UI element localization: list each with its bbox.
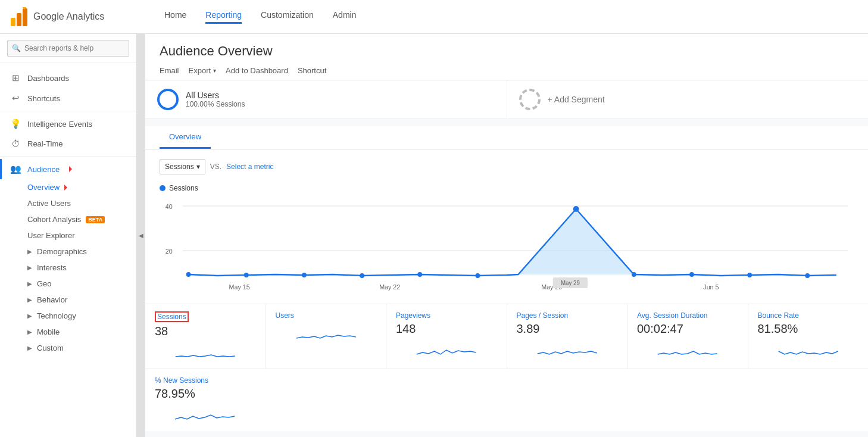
- technology-chevron: ▶: [27, 313, 32, 319]
- svg-point-18: [476, 273, 480, 278]
- sidebar-sub-technology[interactable]: ▶ Technology: [27, 308, 136, 324]
- sidebar-sub-cohort[interactable]: Cohort Analysis BETA: [27, 211, 136, 227]
- realtime-icon: ⏱: [10, 139, 21, 149]
- sidebar-sub-custom[interactable]: ▶ Custom: [27, 340, 136, 356]
- sidebar-sub-mobile[interactable]: ▶ Mobile: [27, 324, 136, 340]
- sidebar-label-dashboards: Dashboards: [27, 74, 69, 83]
- nav-reporting[interactable]: Reporting: [205, 10, 242, 24]
- nav-customization[interactable]: Customization: [261, 10, 314, 24]
- page-header: Audience Overview Email Export ▾ Add to …: [145, 34, 868, 80]
- select-metric-link[interactable]: Select a metric: [226, 163, 273, 171]
- svg-text:20: 20: [166, 248, 173, 255]
- sidebar-label-audience: Audience: [27, 165, 60, 174]
- sidebar-label-intelligence: Intelligence Events: [27, 120, 92, 129]
- behavior-label: Behavior: [37, 295, 67, 304]
- audience-arrow-indicator: [69, 166, 72, 172]
- custom-label: Custom: [37, 344, 64, 352]
- svg-text:40: 40: [166, 203, 173, 210]
- top-nav-links: Home Reporting Customization Admin: [129, 10, 858, 24]
- metrics-row: Sessions 38 Total number of Sessions wit…: [145, 304, 868, 369]
- svg-text:May 22: May 22: [379, 283, 400, 291]
- add-segment-area[interactable]: + Add Segment: [507, 80, 869, 118]
- add-segment-label: + Add Segment: [548, 95, 605, 104]
- all-users-info: All Users 100.00% Sessions: [186, 90, 245, 108]
- page-actions: Email Export ▾ Add to Dashboard Shortcut: [160, 66, 854, 80]
- nav-home[interactable]: Home: [164, 10, 186, 24]
- sidebar-sub-user-explorer[interactable]: User Explorer: [27, 227, 136, 244]
- sidebar-sub-demographics[interactable]: ▶ Demographics: [27, 244, 136, 260]
- shortcut-action[interactable]: Shortcut: [298, 66, 326, 75]
- sidebar-item-intelligence[interactable]: 💡 Intelligence Events: [0, 114, 136, 134]
- new-sessions-label[interactable]: % New Sessions: [155, 376, 255, 385]
- sidebar-main-items: ⊞ Dashboards ↩ Shortcuts 💡 Intelligence …: [0, 63, 136, 361]
- sidebar-sub-overview[interactable]: Overview: [27, 179, 136, 195]
- pages-per-session-label[interactable]: Pages / Session: [517, 311, 618, 320]
- metric-bounce-rate: Bounce Rate 81.58%: [748, 304, 869, 369]
- sessions-line-chart: 40 20 May 15 May 22 May 29 Jun 5: [160, 197, 854, 292]
- pageviews-metric-value: 148: [396, 322, 497, 336]
- bounce-rate-sparkline: [758, 339, 859, 357]
- mobile-chevron: ▶: [27, 329, 32, 335]
- sidebar-item-audience[interactable]: 👥 Audience: [0, 159, 136, 179]
- user-explorer-label: User Explorer: [27, 231, 74, 240]
- svg-point-19: [573, 206, 579, 212]
- svg-rect-2: [23, 8, 27, 26]
- nav-admin[interactable]: Admin: [333, 10, 357, 24]
- segment-bar: All Users 100.00% Sessions + Add Segment: [145, 80, 868, 119]
- new-sessions-sparkline: [155, 404, 255, 422]
- email-action[interactable]: Email: [160, 66, 179, 75]
- sidebar-divider-1: [0, 111, 136, 111]
- sessions-label: Sessions: [165, 163, 194, 171]
- svg-point-23: [805, 273, 810, 278]
- metric-sessions: Sessions 38 Total number of Sessions wit…: [145, 304, 266, 369]
- sidebar-item-dashboards[interactable]: ⊞ Dashboards: [0, 68, 136, 88]
- overview-arrow: [64, 185, 67, 191]
- svg-point-13: [186, 272, 191, 277]
- sidebar-sub-behavior[interactable]: ▶ Behavior: [27, 292, 136, 308]
- sidebar-item-realtime[interactable]: ⏱ Real-Time: [0, 134, 136, 154]
- add-to-dashboard-action[interactable]: Add to Dashboard: [226, 66, 288, 75]
- sidebar-sub-interests[interactable]: ▶ Interests: [27, 260, 136, 276]
- dropdown-arrow-icon: ▾: [196, 163, 200, 171]
- svg-point-14: [244, 273, 249, 277]
- cohort-label: Cohort Analysis: [27, 215, 81, 224]
- custom-chevron: ▶: [27, 345, 32, 351]
- geo-chevron: ▶: [27, 280, 32, 287]
- svg-point-22: [747, 273, 752, 277]
- sessions-metric-value: 38: [155, 324, 256, 338]
- sidebar-sub-geo[interactable]: ▶ Geo: [27, 276, 136, 292]
- sessions-legend-label: Sessions: [169, 184, 198, 192]
- tab-overview[interactable]: Overview: [160, 126, 211, 149]
- geo-label: Geo: [37, 279, 52, 288]
- audience-sub-menu: Overview Active Users Cohort Analysis BE…: [0, 179, 136, 356]
- bounce-rate-label[interactable]: Bounce Rate: [758, 311, 859, 320]
- svg-text:Jun 5: Jun 5: [703, 283, 719, 291]
- sidebar: 🔍 ⊞ Dashboards ↩ Shortcuts 💡 Intelligenc…: [0, 34, 137, 437]
- sidebar-sub-active-users[interactable]: Active Users: [27, 195, 136, 211]
- pageviews-metric-label[interactable]: Pageviews: [396, 311, 497, 320]
- sessions-metric-label[interactable]: Sessions: [155, 311, 189, 322]
- metric-pageviews: Pageviews 148: [386, 304, 507, 369]
- add-segment-circle: [519, 89, 541, 110]
- demographics-label: Demographics: [37, 247, 87, 256]
- interests-chevron: ▶: [27, 264, 32, 271]
- all-users-pct: 100.00% Sessions: [186, 100, 245, 108]
- svg-point-20: [632, 272, 636, 277]
- export-action[interactable]: Export ▾: [189, 66, 217, 75]
- users-metric-label[interactable]: Users: [276, 311, 377, 320]
- all-users-segment[interactable]: All Users 100.00% Sessions: [145, 80, 507, 118]
- sidebar-collapse-button[interactable]: ◀: [137, 34, 145, 437]
- pages-per-session-sparkline: [517, 339, 618, 357]
- svg-text:May 29: May 29: [561, 280, 580, 286]
- avg-session-value: 00:02:47: [637, 322, 738, 336]
- sidebar-search-wrap: 🔍: [0, 34, 136, 63]
- avg-session-label[interactable]: Avg. Session Duration: [637, 311, 738, 320]
- logo: Google Analytics: [10, 7, 129, 26]
- intelligence-icon: 💡: [10, 118, 21, 129]
- search-input[interactable]: [7, 40, 129, 57]
- logo-text: Google Analytics: [33, 11, 104, 22]
- svg-rect-0: [11, 18, 15, 26]
- google-analytics-logo-icon: [10, 7, 29, 26]
- sidebar-item-shortcuts[interactable]: ↩ Shortcuts: [0, 88, 136, 108]
- sessions-dropdown[interactable]: Sessions ▾: [160, 159, 205, 174]
